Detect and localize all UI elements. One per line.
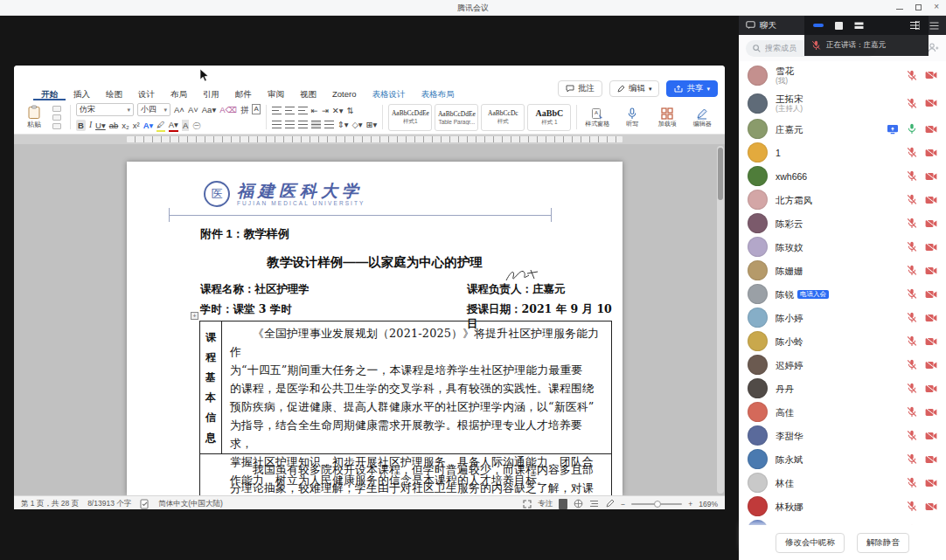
dictate-button[interactable]: 听写	[617, 102, 647, 132]
character-border-icon[interactable]: A	[252, 104, 260, 114]
bold-icon[interactable]: B	[76, 120, 86, 131]
draft-view-icon[interactable]	[605, 499, 615, 508]
asian-layout-icon[interactable]: ✕▾	[332, 105, 344, 116]
text-effects-icon[interactable]: A▾	[143, 120, 154, 131]
page-indicator[interactable]: 第 1 页，共 28 页	[21, 499, 79, 509]
table-move-handle[interactable]: +	[191, 312, 198, 320]
italic-icon[interactable]: I	[89, 120, 92, 131]
ribbon-tab-insert[interactable]: 插入	[66, 87, 98, 100]
participant-row[interactable]: 陈姗姗	[739, 259, 946, 282]
participant-row[interactable]: 高佳	[739, 400, 946, 424]
word-count[interactable]: 8/13913 个字	[87, 499, 131, 509]
clipboard-mini-buttons[interactable]	[52, 102, 65, 132]
menu-icon[interactable]	[929, 22, 939, 30]
share-document-button[interactable]: 共享▾	[666, 80, 718, 97]
participant-row[interactable]: 陈锐电话入会	[739, 282, 946, 306]
unmute-button[interactable]: 解除静音	[857, 533, 909, 553]
ribbon-tab-home[interactable]: 开始	[33, 87, 66, 100]
style-card-0[interactable]: AaBbCcDdEe样式1	[388, 104, 432, 131]
participant-row[interactable]: 雪花(我)	[739, 61, 946, 89]
restore-window-icon[interactable]	[835, 22, 843, 30]
add-ins-button[interactable]: 加载项	[652, 102, 682, 132]
change-nickname-button[interactable]: 修改会中昵称	[776, 533, 845, 553]
font-name-select[interactable]: 仿宋▾	[76, 103, 134, 116]
scrollbar-thumb[interactable]	[718, 148, 723, 200]
justify-icon[interactable]	[311, 121, 321, 128]
underline-icon[interactable]: U▾	[95, 120, 106, 131]
add-member-icon[interactable]	[928, 40, 939, 56]
mute-indicator-icon[interactable]	[813, 24, 824, 27]
ribbon-tab-view[interactable]: 视图	[292, 87, 324, 100]
ribbon-tab-design[interactable]: 设计	[130, 87, 163, 100]
document-canvas[interactable]: 医 福建医科大学 FUJIAN MEDICAL UNIVERSITY 附件 1：…	[14, 144, 725, 495]
style-pane-button[interactable]: A 样式窗格	[582, 102, 612, 132]
clear-formatting-icon[interactable]: A⌫	[219, 104, 237, 115]
participant-row[interactable]: 陈小婷	[739, 306, 946, 329]
participant-row[interactable]: 王拓宋(主持人)	[739, 89, 946, 117]
ribbon-tab-layout[interactable]: 布局	[163, 87, 195, 100]
participant-row[interactable]: 林秋娜	[739, 494, 946, 518]
participant-row[interactable]: 陈玫妏	[739, 235, 946, 259]
close-icon[interactable]: ×	[934, 2, 939, 12]
align-left-icon[interactable]	[272, 121, 282, 128]
participant-row[interactable]: 陈彩云	[739, 211, 946, 235]
editor-button[interactable]: 编辑器	[687, 102, 717, 132]
ribbon-tab-review[interactable]: 审阅	[260, 87, 292, 100]
participant-row[interactable]: 陈小蛉	[739, 329, 946, 353]
zoom-out-icon[interactable]: −	[621, 500, 625, 508]
paste-button[interactable]: 粘贴	[21, 102, 47, 132]
format-painter-icon[interactable]	[52, 123, 61, 129]
proofing-icon[interactable]	[140, 499, 150, 509]
bullets-icon[interactable]	[272, 107, 282, 114]
ribbon-tab-table-design[interactable]: 表格设计	[364, 87, 413, 100]
subscript-icon[interactable]: x₂	[122, 120, 129, 131]
shading-icon[interactable]: ◇▾	[352, 119, 363, 130]
superscript-icon[interactable]: x²	[133, 120, 140, 131]
change-case-icon[interactable]: Aa▾	[202, 104, 216, 115]
document-page[interactable]: 医 福建医科大学 FUJIAN MEDICAL UNIVERSITY 附件 1：…	[127, 162, 623, 495]
focus-label[interactable]: 专注	[538, 499, 553, 509]
align-right-icon[interactable]	[298, 121, 308, 128]
comments-button[interactable]: 批注	[558, 80, 602, 97]
distribute-icon[interactable]	[324, 121, 334, 128]
ribbon-tab-draw[interactable]: 绘图	[98, 87, 130, 100]
style-card-2[interactable]: AaBbCcDc样式	[481, 104, 525, 131]
participant-row[interactable]: 陈永斌	[739, 447, 946, 471]
style-card-3[interactable]: AaBbC样式 1	[527, 104, 571, 131]
sidebar-toggle-icon[interactable]	[909, 21, 920, 30]
ribbon-tab-references[interactable]: 引用	[195, 87, 227, 100]
borders-icon[interactable]: ⊞▾	[366, 119, 378, 130]
decrease-indent-icon[interactable]: ⇤	[311, 105, 318, 116]
participant-row[interactable]: xwh666	[739, 164, 946, 188]
editing-mode-button[interactable]: 编辑▾	[609, 80, 660, 97]
participant-list[interactable]: 雪花(我)王拓宋(主持人)庄嘉元1xwh666北方霜风陈彩云陈玫妏陈姗姗陈锐电话…	[739, 61, 946, 544]
increase-indent-icon[interactable]: ⇥	[322, 105, 329, 116]
font-size-select[interactable]: 小四▾	[137, 103, 170, 116]
zoom-slider-knob[interactable]	[654, 501, 661, 508]
focus-icon[interactable]	[523, 500, 532, 508]
shrink-font-icon[interactable]: A˅	[188, 104, 198, 115]
outline-view-icon[interactable]	[589, 500, 599, 508]
grow-font-icon[interactable]: A˄	[174, 104, 184, 115]
participant-row[interactable]: 丹丹	[739, 377, 946, 400]
copy-icon[interactable]	[52, 114, 61, 121]
character-shading-icon[interactable]: A	[182, 120, 189, 131]
enclose-characters-icon[interactable]: ㊀	[192, 120, 201, 131]
participant-row[interactable]: 1	[739, 141, 946, 164]
maximize-icon[interactable]	[915, 4, 922, 10]
print-layout-icon[interactable]	[559, 499, 567, 509]
cut-icon[interactable]	[52, 106, 61, 112]
zoom-level[interactable]: 169%	[699, 500, 718, 508]
style-card-1[interactable]: AaBbCcDdEeTable Paragr...	[435, 104, 478, 131]
sort-icon[interactable]: ⇅	[346, 105, 353, 116]
ribbon-tab-zotero[interactable]: Zotero	[324, 87, 364, 100]
participant-row[interactable]: 北方霜风	[739, 188, 946, 211]
layout-view-icon[interactable]	[854, 22, 864, 30]
participant-row[interactable]: 庄嘉元	[739, 117, 946, 141]
numbering-icon[interactable]	[285, 107, 295, 114]
highlight-color-icon[interactable]: 🖊	[157, 119, 165, 132]
zoom-in-icon[interactable]: +	[688, 500, 692, 508]
font-color-icon[interactable]: A▾	[169, 119, 178, 132]
multilevel-list-icon[interactable]	[298, 107, 308, 114]
participant-row[interactable]: 林佳	[739, 471, 946, 494]
